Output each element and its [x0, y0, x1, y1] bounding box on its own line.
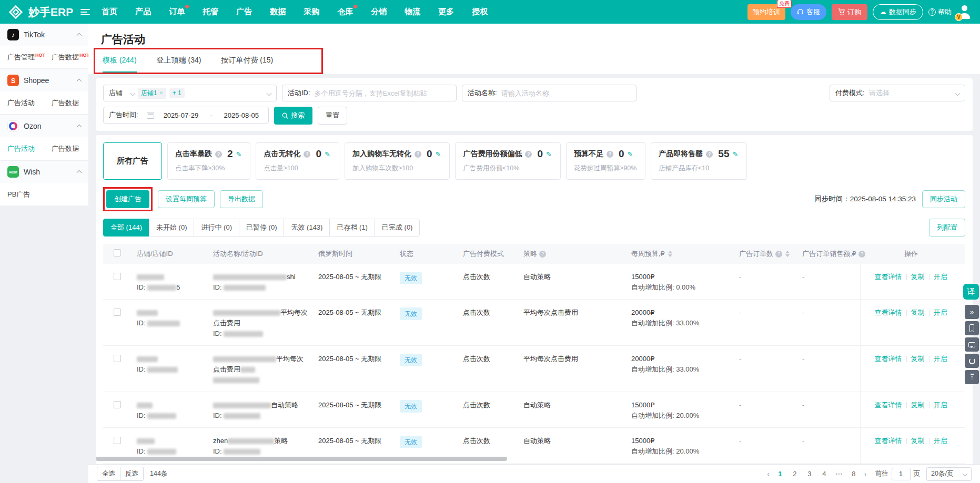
shop-filter-select[interactable]: 店铺 店铺1× + 1 [103, 85, 277, 101]
row-checkbox[interactable] [114, 309, 121, 316]
translate-button[interactable]: 译 [963, 284, 979, 300]
card-insufficient-budget[interactable]: 预算不足?0✎ 花费超过周预算≥90% [566, 142, 645, 180]
tab-template[interactable]: 模板 (244) [103, 56, 137, 73]
goto-page-input[interactable] [892, 468, 911, 480]
nav-item-distribution[interactable]: 分销 [371, 7, 387, 17]
card-sold-out-soon[interactable]: 产品即将售罄?55✎ 店铺产品库存≤10 [651, 142, 747, 180]
question-icon[interactable]: ? [415, 151, 421, 158]
search-button[interactable]: 搜索 [274, 107, 312, 125]
card-clicks-no-conversion[interactable]: 点击无转化?0✎ 点击量≥100 [256, 142, 339, 180]
edit-icon[interactable]: ✎ [546, 150, 552, 158]
reset-button[interactable]: 重置 [318, 107, 347, 125]
nav-item-data[interactable]: 数据 [270, 7, 286, 17]
edit-icon[interactable]: ✎ [236, 150, 242, 158]
page-ellipsis[interactable]: ⋯ [833, 468, 845, 480]
view-detail-link[interactable]: 查看详情 [875, 354, 902, 364]
ad-time-range-picker[interactable]: 广告时间: 2025-07-29 - 2025-08-05 [103, 107, 269, 124]
nav-item-products[interactable]: 产品 [135, 7, 151, 17]
sidebar-group-header-wish[interactable]: wish Wish [0, 161, 88, 183]
enable-link[interactable]: 开启 [934, 272, 947, 282]
view-detail-link[interactable]: 查看详情 [875, 400, 902, 410]
status-tab-archived[interactable]: 已存档 (1) [329, 219, 375, 237]
question-icon[interactable]: ? [539, 251, 546, 258]
sync-campaigns-button[interactable]: 同步活动 [922, 190, 965, 208]
view-detail-link[interactable]: 查看详情 [875, 436, 902, 446]
row-checkbox[interactable] [114, 401, 121, 408]
menu-toggle-icon[interactable] [80, 9, 90, 15]
page-size-select[interactable]: 20条/页 [926, 467, 972, 481]
status-tab-invalid[interactable]: 无效 (143) [284, 219, 330, 237]
card-ctr-drop[interactable]: 点击率暴跌?2✎ 点击率下降≥30% [167, 142, 250, 180]
sidebar-item-ad-campaign-ozon[interactable]: 广告活动 [0, 139, 44, 155]
tab-top-placement[interactable]: 登上顶端 (34) [157, 56, 201, 73]
create-ad-button[interactable]: 创建广告 [106, 190, 149, 208]
edit-icon[interactable]: ✎ [436, 150, 441, 158]
status-tab-all[interactable]: 全部 (144) [103, 219, 149, 237]
question-icon[interactable]: ? [706, 151, 713, 158]
page-number-4[interactable]: 4 [818, 468, 831, 480]
nav-item-hosting[interactable]: 托管 [203, 7, 218, 17]
select-all-button[interactable]: 全选 [97, 467, 120, 481]
brand-logo[interactable]: 妙手ERP [7, 5, 73, 19]
edit-icon[interactable]: ✎ [628, 150, 633, 158]
mobile-app-button[interactable] [965, 321, 979, 335]
export-data-button[interactable]: 导出数据 [220, 190, 263, 208]
question-icon[interactable]: ? [215, 151, 222, 158]
date-start[interactable]: 2025-07-29 [164, 111, 199, 119]
sidebar-item-ad-data-tiktok[interactable]: 广告数据HOT [44, 48, 88, 63]
question-icon[interactable]: ? [775, 251, 782, 258]
nav-item-warehouse[interactable]: 仓库 [337, 7, 353, 17]
sort-icon[interactable] [668, 251, 672, 257]
purchase-button[interactable]: 订购 [832, 4, 867, 20]
back-to-top-button[interactable]: ↑ [965, 370, 979, 384]
nav-item-home[interactable]: 首页 [102, 7, 117, 17]
book-training-button[interactable]: 预约培训 免费 [747, 4, 785, 20]
nav-item-more[interactable]: 更多 [438, 7, 454, 17]
sidebar-group-header-shopee[interactable]: S Shopee [0, 69, 88, 91]
row-checkbox[interactable] [114, 273, 121, 280]
campaign-id-input[interactable] [315, 89, 451, 97]
status-tab-running[interactable]: 进行中 (0) [194, 219, 239, 237]
user-avatar[interactable]: V [957, 4, 973, 20]
nav-item-logistics[interactable]: 物流 [405, 7, 420, 17]
refresh-button[interactable] [965, 354, 979, 368]
sidebar-group-header-ozon[interactable]: Ozon [0, 115, 88, 137]
page-number-1[interactable]: 1 [774, 468, 786, 480]
row-checkbox[interactable] [114, 355, 121, 362]
nav-item-procurement[interactable]: 采购 [304, 7, 319, 17]
shop-more-tag[interactable]: + 1 [169, 88, 185, 98]
sidebar-item-ad-data-shopee[interactable]: 广告数据 [44, 94, 88, 109]
collapse-panel-button[interactable]: » [965, 305, 979, 319]
set-weekly-budget-button[interactable]: 设置每周预算 [158, 190, 215, 208]
page-number-3[interactable]: 3 [803, 468, 816, 480]
customer-service-button[interactable]: 客服 [791, 4, 826, 20]
data-sync-button[interactable]: ☁ 数据同步 [873, 4, 923, 20]
question-icon[interactable]: ? [607, 151, 613, 158]
sidebar-group-header-tiktok[interactable]: ♪ TikTok [0, 24, 88, 46]
nav-item-ads[interactable]: 广告 [236, 7, 252, 17]
sidebar-item-ad-management[interactable]: 广告管理HOT [0, 48, 44, 63]
sidebar-item-ad-data-ozon[interactable]: 广告数据 [44, 139, 88, 155]
enable-link[interactable]: 开启 [934, 400, 947, 410]
invert-selection-button[interactable]: 反选 [120, 467, 144, 481]
copy-link[interactable]: 复制 [911, 307, 925, 318]
enable-link[interactable]: 开启 [934, 354, 947, 364]
card-cart-no-conversion[interactable]: 加入购物车无转化?0✎ 加入购物车次数≥100 [345, 142, 450, 180]
question-icon[interactable]: ? [304, 151, 310, 158]
nav-item-orders[interactable]: 订单 [169, 7, 185, 17]
copy-link[interactable]: 复制 [911, 436, 925, 446]
status-tab-completed[interactable]: 已完成 (0) [375, 219, 420, 237]
feedback-button[interactable] [965, 337, 979, 352]
tab-pay-per-order[interactable]: 按订单付费 (15) [221, 56, 273, 73]
select-all-checkbox[interactable] [114, 249, 121, 256]
enable-link[interactable]: 开启 [934, 436, 947, 446]
view-detail-link[interactable]: 查看详情 [875, 272, 902, 282]
copy-link[interactable]: 复制 [911, 354, 925, 364]
edit-icon[interactable]: ✎ [325, 150, 330, 158]
card-all-ads[interactable]: 所有广告 [103, 142, 162, 180]
status-tab-not-started[interactable]: 未开始 (0) [149, 219, 195, 237]
page-number-2[interactable]: 2 [789, 468, 801, 480]
sort-icon[interactable] [785, 251, 790, 257]
card-low-ad-share[interactable]: 广告费用份额偏低?0✎ 广告费用份额≤10% [455, 142, 560, 180]
edit-icon[interactable]: ✎ [732, 150, 738, 158]
